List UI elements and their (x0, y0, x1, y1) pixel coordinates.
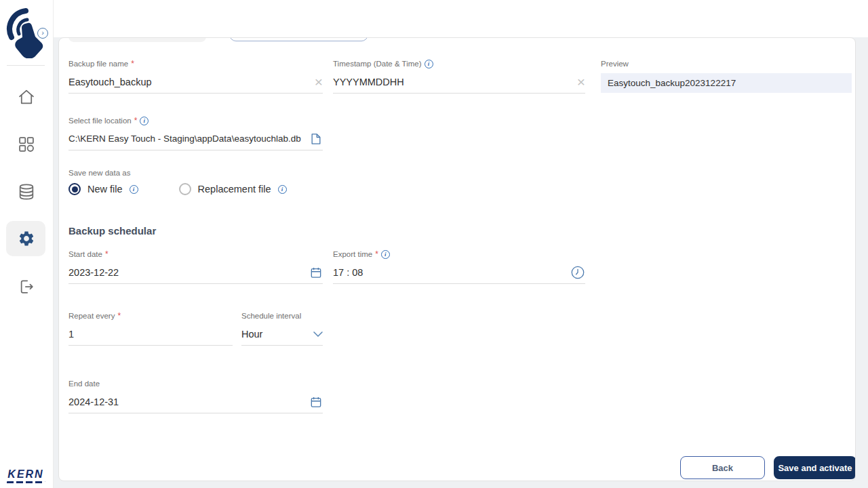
file-location-label: Select file location * i (68, 116, 323, 125)
radio-replacement-file-label: Replacement file (198, 184, 271, 195)
save-new-data-as-label: Save new data as (68, 168, 130, 178)
radio-new-file[interactable] (68, 183, 81, 195)
required-marker: * (131, 59, 134, 68)
timestamp-label: Timestamp (Date & Time) i (333, 59, 585, 68)
sidebar-item-settings[interactable] (0, 221, 53, 256)
calendar-icon[interactable] (309, 266, 323, 279)
sidebar: › (0, 0, 54, 488)
tab-restore-cutoff[interactable] (229, 37, 368, 41)
info-icon[interactable]: i (278, 185, 287, 194)
clear-icon[interactable]: × (577, 75, 585, 89)
sidebar-divider (7, 65, 45, 66)
info-icon[interactable]: i (140, 117, 149, 125)
kern-brand-logo: KERN (4, 468, 47, 483)
sidebar-item-logout[interactable] (0, 277, 53, 297)
database-icon (17, 182, 36, 201)
export-time-input[interactable]: 17 : 08 (333, 261, 585, 284)
tab-backup-cutoff[interactable] (68, 37, 206, 42)
sidebar-expand-button[interactable]: › (37, 28, 48, 39)
chevron-down-icon[interactable] (313, 331, 323, 337)
repeat-every-field: Repeat every * 1 (68, 311, 233, 346)
file-location-input[interactable]: C:\KERN Easy Touch - Staging\appData\eas… (68, 127, 323, 150)
preview-label: Preview (601, 59, 852, 68)
logout-icon (17, 277, 36, 296)
radio-replacement-file[interactable] (179, 183, 191, 195)
back-button[interactable]: Back (680, 456, 765, 479)
content-card: Backup file name * Easytouch_backup × Ti… (58, 37, 856, 481)
schedule-interval-select[interactable]: Hour (241, 323, 323, 346)
timestamp-field: Timestamp (Date & Time) i YYYYMMDDHH × (333, 59, 585, 94)
save-new-data-as-options: New file i Replacement file i (68, 183, 287, 195)
top-header (53, 0, 868, 37)
home-icon (17, 87, 36, 106)
clear-icon[interactable]: × (315, 75, 323, 89)
schedule-interval-label: Schedule interval (241, 311, 323, 321)
end-date-label: End date (68, 379, 323, 388)
save-and-activate-button[interactable]: Save and activate (774, 456, 856, 479)
end-date-input[interactable]: 2024-12-31 (68, 390, 323, 413)
required-marker: * (375, 249, 378, 259)
preview-value: Easytouch_backup2023122217 (601, 73, 852, 93)
preview-field: Preview Easytouch_backup2023122217 (601, 59, 852, 93)
radio-new-file-label: New file (87, 184, 123, 195)
info-icon[interactable]: i (130, 185, 138, 194)
repeat-every-input[interactable]: 1 (68, 323, 233, 346)
timestamp-input[interactable]: YYYYMMDDHH × (333, 70, 585, 94)
sidebar-item-home[interactable] (0, 87, 53, 107)
required-marker: * (117, 311, 121, 321)
save-new-data-as-group: Save new data as (68, 168, 130, 178)
apps-grid-icon (17, 135, 36, 154)
end-date-field: End date 2024-12-31 (68, 379, 323, 413)
gear-icon (18, 230, 35, 247)
start-date-field: Start date * 2023-12-22 (68, 249, 323, 284)
scheduler-heading: Backup schedular (68, 225, 156, 237)
info-icon[interactable]: i (381, 250, 390, 259)
backup-file-name-input[interactable]: Easytouch_backup × (68, 70, 323, 94)
backup-file-name-field: Backup file name * Easytouch_backup × (68, 59, 323, 94)
start-date-label: Start date * (68, 249, 323, 259)
repeat-every-label: Repeat every * (68, 311, 233, 321)
sidebar-item-apps[interactable] (0, 134, 53, 155)
clock-icon[interactable] (570, 265, 585, 280)
kern-wordmark: KERN (4, 468, 47, 481)
required-marker: * (105, 249, 108, 259)
required-marker: * (134, 116, 138, 125)
schedule-interval-field: Schedule interval Hour (241, 311, 323, 346)
file-browse-icon[interactable] (309, 132, 323, 146)
kern-wordmark-underline (7, 481, 45, 483)
info-icon[interactable]: i (425, 60, 433, 68)
backup-file-name-label: Backup file name * (68, 59, 323, 68)
export-time-label: Export time * i (333, 249, 585, 259)
file-location-field: Select file location * i C:\KERN Easy To… (68, 116, 323, 150)
export-time-field: Export time * i 17 : 08 (333, 249, 585, 284)
start-date-input[interactable]: 2023-12-22 (68, 261, 323, 284)
calendar-icon[interactable] (309, 395, 323, 409)
sidebar-item-database[interactable] (0, 182, 53, 202)
